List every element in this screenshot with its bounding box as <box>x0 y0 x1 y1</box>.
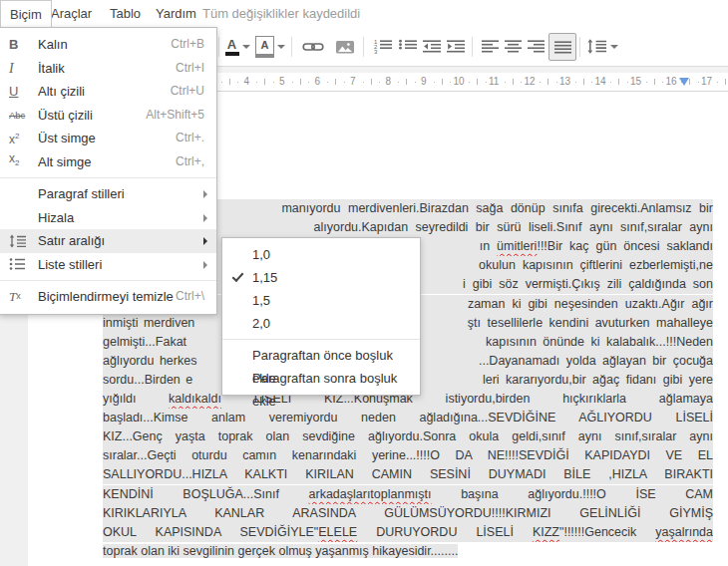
ruler-number: 14 <box>595 76 606 87</box>
ruler-tick <box>583 79 584 85</box>
line-spacing-option[interactable]: 1,0 <box>222 243 420 266</box>
menu-separator <box>222 339 420 340</box>
shortcut-label: Ctrl+. <box>176 127 204 150</box>
line-spacing-icon <box>586 38 607 55</box>
decrease-indent-button[interactable] <box>420 34 444 59</box>
text-line[interactable]: toprak olan iki sevgilinin gerçek olmuş … <box>103 542 713 561</box>
submenu-arrow-icon <box>203 214 207 222</box>
align-right-button[interactable] <box>525 34 546 59</box>
format-menu-item[interactable]: UAltı çiziliCtrl+U <box>0 80 216 104</box>
ruler-tick <box>363 82 364 83</box>
line-spacing-option[interactable]: 1,5 <box>222 289 420 312</box>
format-menu-item[interactable]: Satır aralığı <box>0 229 216 253</box>
text-line[interactable]: sıralar...Geçti oturdu camın kenarındaki… <box>103 446 713 465</box>
align-center-button[interactable] <box>502 34 524 59</box>
ruler-tick <box>237 82 238 83</box>
align-left-icon <box>481 38 500 55</box>
ruler-tick <box>344 82 345 83</box>
format-menu-item[interactable]: Paragraf stilleri <box>0 182 216 206</box>
text-color-button[interactable]: A <box>223 34 251 59</box>
format-menu: BKalınCtrl+BIİtalikCtrl+IUAltı çiziliCtr… <box>0 27 217 315</box>
ruler-tick <box>434 82 435 83</box>
dropdown-caret-icon <box>610 45 618 49</box>
justify-icon <box>553 39 572 56</box>
line-spacing-option[interactable]: 1,15 <box>222 266 420 289</box>
ruler-tick <box>450 82 451 83</box>
strikethrough-icon: Abc <box>9 104 33 128</box>
format-menu-item[interactable]: Liste stilleri <box>0 253 216 277</box>
format-menu-item[interactable]: Hizala <box>0 206 216 230</box>
format-menu-item[interactable]: IİtalikCtrl+I <box>0 57 216 81</box>
justify-button[interactable] <box>548 33 576 61</box>
numbered-list-button[interactable]: 123 <box>371 34 395 59</box>
bulleted-list-button[interactable] <box>396 34 420 59</box>
ruler-tick <box>406 79 407 85</box>
insert-image-button[interactable] <box>331 34 359 59</box>
ruler-number: 7 <box>350 76 356 87</box>
ruler-tick <box>646 82 647 83</box>
submenu-arrow-icon <box>203 261 207 269</box>
ruler-number: 10 <box>454 76 465 87</box>
menu-item-bicim[interactable]: Biçim <box>0 0 52 29</box>
format-menu-item[interactable]: TxBiçimlendirmeyi temizleCtrl+\ <box>0 285 216 309</box>
format-menu-item[interactable]: x2Üst simgeCtrl+. <box>0 127 216 150</box>
ruler-tick <box>610 82 611 83</box>
format-menu-item[interactable]: x2Alt simgeCtrl+, <box>0 150 216 174</box>
text-line[interactable]: KIRIKLARIYLA KANLAR ARASINDA GÜLÜMSÜYORD… <box>103 504 713 523</box>
ruler-tick <box>442 79 443 85</box>
insert-link-button[interactable] <box>299 34 327 59</box>
increase-indent-button[interactable] <box>444 34 468 59</box>
ruler-tick <box>627 82 628 83</box>
ruler-tick <box>486 82 487 83</box>
align-right-icon <box>527 38 546 55</box>
bold-icon: B <box>9 33 33 57</box>
ruler-tick <box>618 79 619 85</box>
dropdown-caret-icon <box>277 45 285 49</box>
ruler-tick <box>521 82 522 83</box>
toolbar-separator <box>218 37 219 57</box>
ruler-number: 15 <box>630 76 641 87</box>
increase-indent-icon <box>446 38 466 55</box>
ruler-tick <box>308 82 309 83</box>
line-spacing-button[interactable] <box>586 34 618 59</box>
text-line[interactable]: OKUL KAPISINDA SEVDİĞİYLE"ELELE DURUYORD… <box>103 523 713 542</box>
shortcut-label: Alt+Shift+5 <box>146 104 204 128</box>
ruler-number: 12 <box>525 76 536 87</box>
highlight-color-button[interactable]: A <box>255 34 285 59</box>
ruler-tick <box>335 79 336 85</box>
right-indent-marker[interactable] <box>679 78 689 86</box>
link-icon <box>302 38 324 56</box>
ruler-tick <box>575 82 576 83</box>
text-line[interactable]: SALLIYORDU...HIZLA KALKTI KIRILAN CAMIN … <box>103 465 713 484</box>
ruler-tick <box>717 82 718 83</box>
format-menu-item[interactable]: AbcÜstü çiziliAlt+Shift+5 <box>0 104 216 128</box>
toolbar-separator <box>363 37 364 57</box>
line-spacing-option[interactable]: Paragraftan önce boşluk ekle <box>222 344 420 367</box>
ruler-tick <box>415 82 416 83</box>
check-icon <box>232 270 244 282</box>
list-styles-icon <box>9 253 33 277</box>
ruler-tick <box>513 79 514 85</box>
format-menu-item[interactable]: BKalınCtrl+B <box>0 33 216 57</box>
line-spacing-option[interactable]: 2,0 <box>222 312 420 335</box>
decrease-indent-icon <box>422 38 442 55</box>
menu-separator <box>0 280 216 281</box>
menu-item-tablo[interactable]: Tablo <box>101 0 150 27</box>
submenu-arrow-icon <box>203 190 207 198</box>
text-line[interactable]: KENDİNİ BOŞLUĞA...Sınıf arkadaşlarıtopla… <box>103 485 713 504</box>
ruler-tick <box>379 82 380 83</box>
toolbar-separator <box>291 37 292 57</box>
ruler-tick <box>698 82 699 83</box>
menu-item-yardim[interactable]: Yardım <box>147 0 205 27</box>
dropdown-caret-icon <box>242 45 250 49</box>
bulleted-list-icon <box>398 38 418 55</box>
line-spacing-option[interactable]: Paragraftan sonra boşluk ekle <box>222 367 420 390</box>
text-line[interactable]: KIZ...Genç yaşta toprak olan sevdiğine a… <box>103 427 713 446</box>
shortcut-label: Ctrl+B <box>171 33 204 57</box>
align-left-button[interactable] <box>479 34 501 59</box>
menu-separator <box>0 177 216 178</box>
submenu-arrow-icon <box>203 237 207 245</box>
ruler-tick <box>371 79 372 85</box>
ruler-tick <box>300 79 301 85</box>
align-center-icon <box>504 38 523 55</box>
